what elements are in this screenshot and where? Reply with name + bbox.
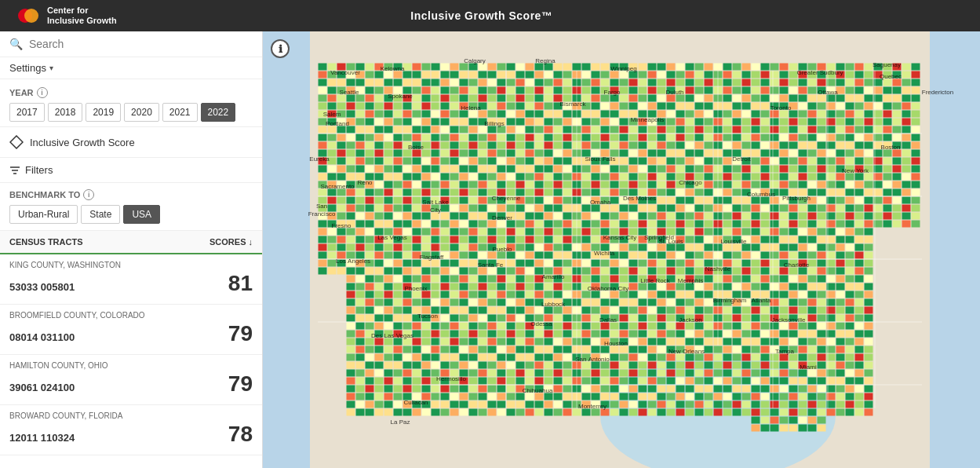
benchmark-label: BENCHMARK TO i — [9, 189, 253, 200]
tract-row-0: 53033 005801 81 — [9, 271, 253, 296]
tract-score-3: 78 — [228, 422, 253, 447]
tract-score-0: 81 — [228, 271, 253, 296]
benchmark-buttons: Urban-Rural State USA — [9, 205, 253, 224]
metric-item[interactable]: Inclusive Growth Score — [9, 135, 253, 149]
county-name-1: BROOMFIELD COUNTY, COLORADO — [9, 311, 253, 320]
benchmark-section: BENCHMARK TO i Urban-Rural State USA — [0, 183, 262, 231]
svg-marker-2 — [10, 136, 23, 148]
year-btn-2021[interactable]: 2021 — [162, 103, 198, 122]
tract-code-0: 53033 005801 — [9, 281, 75, 293]
census-col-label: CENSUS TRACTS — [9, 237, 83, 247]
main-content: 🔍 Settings ▾ YEAR i 2017 2018 2019 2020 … — [0, 31, 980, 468]
tract-row-3: 12011 110324 78 — [9, 422, 253, 447]
census-item-2[interactable]: HAMILTON COUNTY, OHIO 39061 024100 79 — [0, 355, 262, 405]
metric-section[interactable]: Inclusive Growth Score — [0, 127, 262, 158]
county-name-3: BROWARD COUNTY, FLORIDA — [9, 411, 253, 420]
year-btn-2017[interactable]: 2017 — [9, 103, 45, 122]
map-container[interactable]: ℹ — [263, 31, 980, 468]
year-btn-2019[interactable]: 2019 — [86, 103, 121, 122]
census-item-1[interactable]: BROOMFIELD COUNTY, COLORADO 08014 031100… — [0, 305, 262, 355]
chevron-down-icon: ▾ — [49, 64, 53, 72]
benchmark-state[interactable]: State — [81, 205, 120, 224]
year-label: YEAR i — [9, 87, 253, 98]
year-btn-2018[interactable]: 2018 — [48, 103, 83, 122]
scores-col-label: SCORES ↓ — [209, 237, 253, 247]
tract-row-1: 08014 031100 79 — [9, 321, 253, 346]
census-item-3[interactable]: BROWARD COUNTY, FLORIDA 12011 110324 78 — [0, 405, 262, 455]
sort-down-icon[interactable]: ↓ — [249, 237, 253, 247]
logo: Center for Inclusive Growth — [16, 3, 117, 28]
filter-icon — [9, 165, 20, 176]
diamond-icon — [9, 135, 24, 149]
tract-score-2: 79 — [228, 371, 253, 397]
filters-label: Filters — [25, 164, 53, 176]
filters-section[interactable]: Filters — [0, 158, 262, 183]
settings-row[interactable]: Settings ▾ — [0, 57, 262, 79]
census-header: CENSUS TRACTS SCORES ↓ — [0, 231, 262, 254]
year-btn-2022[interactable]: 2022 — [201, 103, 236, 122]
year-buttons: 2017 2018 2019 2020 2021 2022 — [9, 103, 253, 122]
tract-code-1: 08014 031100 — [9, 331, 75, 343]
tract-code-3: 12011 110324 — [9, 432, 75, 444]
year-info-icon[interactable]: i — [37, 87, 48, 98]
tract-row-2: 39061 024100 79 — [9, 371, 253, 397]
search-icon: 🔍 — [9, 38, 23, 50]
benchmark-info-icon[interactable]: i — [83, 189, 94, 200]
metric-label: Inclusive Growth Score — [30, 137, 135, 148]
search-box[interactable]: 🔍 — [0, 31, 262, 57]
mastercard-logo-icon — [16, 3, 41, 28]
logo-line2: Inclusive Growth — [47, 16, 117, 26]
year-section: YEAR i 2017 2018 2019 2020 2021 2022 — [0, 79, 262, 127]
year-btn-2020[interactable]: 2020 — [124, 103, 159, 122]
choropleth-map[interactable] — [263, 31, 980, 468]
app-header: Center for Inclusive Growth Inclusive Gr… — [0, 0, 980, 31]
county-name-0: KING COUNTY, WASHINGTON — [9, 261, 253, 269]
filters-button[interactable]: Filters — [9, 164, 53, 176]
search-input[interactable] — [29, 38, 253, 50]
svg-point-1 — [24, 9, 38, 23]
census-tracts-section: CENSUS TRACTS SCORES ↓ KING COUNTY, WASH… — [0, 231, 262, 468]
logo-line1: Center for — [47, 5, 117, 16]
info-icon: ℹ — [279, 43, 282, 55]
sidebar: 🔍 Settings ▾ YEAR i 2017 2018 2019 2020 … — [0, 31, 263, 468]
benchmark-urban-rural[interactable]: Urban-Rural — [9, 205, 78, 224]
settings-label: Settings — [9, 62, 46, 74]
map-info-button[interactable]: ℹ — [271, 39, 290, 58]
census-item-0[interactable]: KING COUNTY, WASHINGTON 53033 005801 81 — [0, 254, 262, 305]
page-title: Inclusive Growth Score™ — [410, 9, 552, 22]
benchmark-usa[interactable]: USA — [123, 205, 160, 224]
tract-code-2: 39061 024100 — [9, 382, 75, 393]
county-name-2: HAMILTON COUNTY, OHIO — [9, 361, 253, 370]
tract-score-1: 79 — [228, 321, 253, 346]
